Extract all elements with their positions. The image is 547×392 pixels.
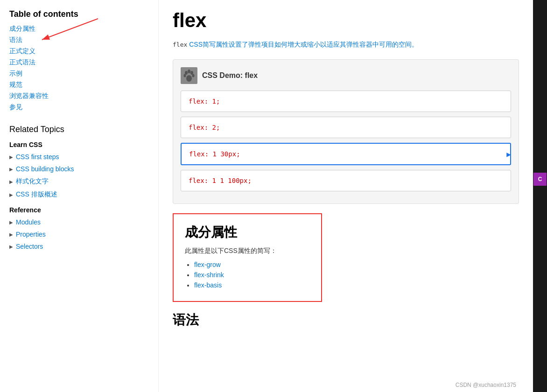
toc-item-4[interactable]: 正式语法 xyxy=(9,58,149,67)
svg-point-5 xyxy=(184,74,186,77)
toc-item-2[interactable]: 语法 xyxy=(9,36,149,44)
constituent-links: flex-grow flex-shrink flex-basis xyxy=(185,261,310,289)
prop-name-inline: flex xyxy=(173,41,187,48)
nav-selectors[interactable]: ▶ Selectors xyxy=(9,243,149,250)
nav-style-text[interactable]: ▶ 样式化文字 xyxy=(9,177,149,186)
toc-list: 成分属性 语法 正式定义 正式语法 示例 规范 浏览器兼容性 参见 xyxy=(9,25,149,112)
toc-item-3[interactable]: 正式定义 xyxy=(9,47,149,56)
svg-point-3 xyxy=(188,70,190,73)
svg-point-7 xyxy=(186,75,192,82)
demo-paw-icon xyxy=(181,67,197,84)
active-arrow-icon: ▶ xyxy=(506,149,511,158)
svg-point-6 xyxy=(192,74,195,77)
toc-title: Table of contents xyxy=(9,9,149,19)
css-demo-title: CSS Demo: flex xyxy=(202,71,258,80)
nav-modules[interactable]: ▶ Modules xyxy=(9,218,149,226)
expand-arrow-icon: ▶ xyxy=(9,220,13,225)
reference-label: Reference xyxy=(9,206,149,214)
reference-section: Reference ▶ Modules ▶ Properties ▶ Selec… xyxy=(9,206,149,250)
learn-css-label: Learn CSS xyxy=(9,141,149,148)
sidebar: Table of contents 成分属性 语法 正式定义 正式语法 示例 规… xyxy=(0,0,159,392)
toc-item-5[interactable]: 示例 xyxy=(9,70,149,78)
learn-css-section: Learn CSS ▶ CSS first steps ▶ CSS buildi… xyxy=(9,141,149,199)
constituent-link-1[interactable]: flex-grow xyxy=(194,261,310,268)
constituent-link-2[interactable]: flex-shrink xyxy=(194,271,310,279)
flex-box-2: flex: 2; xyxy=(181,117,511,138)
syntax-section-title: 语法 xyxy=(173,311,519,329)
constituent-section-box: 成分属性 此属性是以下CSS属性的简写： flex-grow flex-shri… xyxy=(173,213,322,302)
expand-arrow-icon: ▶ xyxy=(9,232,13,237)
right-edge-button[interactable]: C xyxy=(533,173,547,186)
expand-arrow-icon: ▶ xyxy=(9,154,13,160)
nav-css-first-steps[interactable]: ▶ CSS first steps xyxy=(9,153,149,161)
toc-item-8[interactable]: 参见 xyxy=(9,103,149,112)
main-content: flex flex CSS简写属性设置了弹性项目如何增大或缩小以适应其弹性容器中… xyxy=(159,0,533,392)
toc-item-7[interactable]: 浏览器兼容性 xyxy=(9,92,149,100)
expand-arrow-icon: ▶ xyxy=(9,192,13,197)
page-title: flex xyxy=(173,9,519,32)
csdn-watermark: CSDN @xuchaoxin1375 xyxy=(456,382,516,388)
intro-link[interactable]: CSS简写属性设置了弹性项目如何增大或缩小以适应其弹性容器中可用的空间。 xyxy=(189,41,418,48)
flex-box-4: flex: 1 1 100px; xyxy=(181,170,511,191)
nav-properties[interactable]: ▶ Properties xyxy=(9,231,149,238)
css-demo-header: CSS Demo: flex xyxy=(181,67,511,84)
flex-box-3: flex: 1 30px; ▶ xyxy=(181,143,511,165)
right-edge-panel: C xyxy=(533,0,547,392)
constituent-link-3[interactable]: flex-basis xyxy=(194,281,310,289)
flex-box-1: flex: 1; xyxy=(181,91,511,112)
nav-css-building-blocks[interactable]: ▶ CSS building blocks xyxy=(9,165,149,173)
intro-text: flex CSS简写属性设置了弹性项目如何增大或缩小以适应其弹性容器中可用的空间… xyxy=(173,39,519,50)
toc-item-6[interactable]: 规范 xyxy=(9,81,149,89)
constituent-title: 成分属性 xyxy=(185,224,310,241)
toc-item-1[interactable]: 成分属性 xyxy=(9,25,149,33)
nav-css-layout[interactable]: ▶ CSS 排版概述 xyxy=(9,190,149,199)
expand-arrow-icon: ▶ xyxy=(9,179,13,184)
css-demo-container: CSS Demo: flex flex: 1; flex: 2; flex: 1… xyxy=(173,59,519,204)
related-topics-title: Related Topics xyxy=(9,125,149,134)
constituent-desc: 此属性是以下CSS属性的简写： xyxy=(185,247,310,255)
expand-arrow-icon: ▶ xyxy=(9,167,13,172)
expand-arrow-icon: ▶ xyxy=(9,244,13,249)
